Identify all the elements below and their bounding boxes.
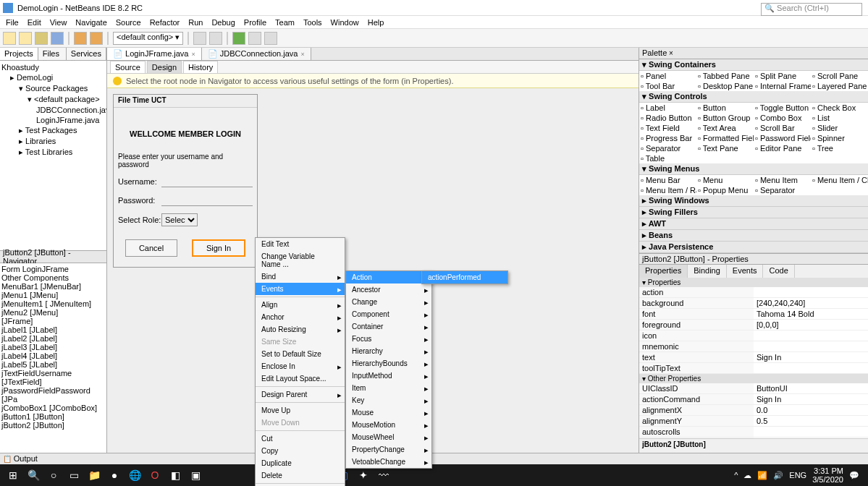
ctx-item[interactable]: Item▸ <box>346 382 431 394</box>
new-file-button[interactable] <box>3 32 16 45</box>
menu-source[interactable]: Source <box>113 18 144 27</box>
ctx-item[interactable]: Edit Layout Space... <box>256 372 345 385</box>
nav-item[interactable]: jPasswordFieldPassword [JPa <box>1 386 105 404</box>
palette-item[interactable]: ▫ Combo Box <box>754 113 811 123</box>
nav-item[interactable]: [JFrame] <box>1 317 105 325</box>
explorer-icon[interactable]: 📁 <box>84 466 104 484</box>
nav-item[interactable]: MenuBar1 [JMenuBar] <box>1 282 105 291</box>
ctx-item[interactable]: Auto Resizing▸ <box>256 323 345 336</box>
ctx-item[interactable]: MouseMotion▸ <box>346 419 431 431</box>
palette-item[interactable]: ▫ Internal Frame <box>754 81 811 91</box>
palette-item[interactable]: ▫ Formatted Field <box>696 133 754 143</box>
run-config-combo[interactable]: <default config> ▾ <box>113 32 183 45</box>
cancel-button[interactable]: Cancel <box>125 239 177 257</box>
menu-refactor[interactable]: Refactor <box>147 18 183 27</box>
palette-item[interactable]: ▫ Button <box>696 103 754 113</box>
file-tab[interactable]: 📄 LoginJFrame.java × <box>107 48 202 60</box>
props-tab-properties[interactable]: Properties <box>639 265 688 278</box>
tab-files[interactable]: Files × <box>38 48 67 60</box>
open-project-button[interactable] <box>35 32 48 45</box>
username-field[interactable] <box>161 176 253 187</box>
palette-item[interactable]: ▫ Text Area <box>696 123 754 133</box>
ctx-item[interactable]: InputMethod▸ <box>346 370 431 382</box>
menu-file[interactable]: File <box>3 18 22 27</box>
ctx-item[interactable]: Mouse▸ <box>346 406 431 419</box>
palette-item[interactable]: ▫ Tool Bar <box>639 81 696 91</box>
ctx-item[interactable]: Set to Default Size <box>256 348 345 360</box>
nav-item[interactable]: jLabel1 [JLabel] <box>1 325 105 334</box>
nav-item[interactable]: jMenuItem1 [ JMenuItem] <box>1 299 105 308</box>
ctx-item[interactable]: Hierarchy▸ <box>346 345 431 357</box>
menu-help[interactable]: Help <box>365 18 387 27</box>
ctx-item[interactable]: Move Up <box>256 404 345 417</box>
navigator-tree[interactable]: Form LoginJFrameOther ComponentsMenuBar1… <box>0 263 106 453</box>
ctx-item[interactable]: Action▸ <box>346 271 431 284</box>
palette-item[interactable]: ▫ Menu Item <box>754 175 811 185</box>
palette-item[interactable]: ▫ Label <box>639 103 696 113</box>
profile-button[interactable] <box>264 32 277 45</box>
menu-debug[interactable]: Debug <box>208 18 237 27</box>
ctx-item[interactable]: Container▸ <box>346 320 431 333</box>
properties-table[interactable]: ▾ Propertiesactionbackground[240,240,240… <box>639 278 868 438</box>
chrome-icon[interactable]: 🌐 <box>125 466 145 484</box>
palette-item[interactable]: ▫ Check Box <box>811 103 868 113</box>
new-project-button[interactable] <box>19 32 32 45</box>
app4-icon[interactable]: ✦ <box>353 466 374 484</box>
ctx-item[interactable]: HierarchyBounds▸ <box>346 357 431 370</box>
palette-item[interactable]: ▫ Tree <box>811 143 868 153</box>
ctx-item[interactable]: Key▸ <box>346 394 431 406</box>
nav-item[interactable]: jComboBox1 [JComboBox] <box>1 404 105 412</box>
ctx-item[interactable]: MouseWheel▸ <box>346 431 431 443</box>
nav-item[interactable]: jLabel4 [JLabel] <box>1 351 105 360</box>
signin-button[interactable]: Sign In <box>192 239 245 257</box>
nav-item[interactable]: Other Components <box>1 273 105 282</box>
palette-item[interactable]: ▫ Spinner <box>811 133 868 143</box>
menu-navigate[interactable]: Navigate <box>72 18 109 27</box>
save-all-button[interactable] <box>51 32 64 45</box>
ctx-item[interactable]: VetoableChange▸ <box>346 456 431 468</box>
password-field[interactable] <box>161 195 253 206</box>
app5-icon[interactable]: 〰 <box>374 466 394 484</box>
role-combo[interactable]: Select <box>161 213 198 226</box>
run-button[interactable] <box>232 32 245 45</box>
close-tab-icon[interactable]: × <box>300 51 304 58</box>
palette-item[interactable]: ▫ Text Field <box>639 123 696 133</box>
palette-item[interactable]: ▫ Menu Bar <box>639 175 696 185</box>
taskview-icon[interactable]: ▭ <box>64 466 84 484</box>
palette-item[interactable]: ▫ Scroll Pane <box>811 71 868 81</box>
netbeans-task-icon[interactable]: ◧ <box>165 466 185 484</box>
props-tab-binding[interactable]: Binding <box>688 265 727 278</box>
palette-item[interactable]: ▫ Progress Bar <box>639 133 696 143</box>
nav-item[interactable]: jLabel5 [JLabel] <box>1 360 105 369</box>
menu-run[interactable]: Run <box>185 18 206 27</box>
palette-item[interactable]: ▫ Toggle Button <box>754 103 811 113</box>
output-tab[interactable]: 📋 Output <box>0 453 868 464</box>
ctx-item[interactable]: Same Size <box>256 336 345 348</box>
props-tab-events[interactable]: Events <box>727 265 764 278</box>
ctx-item[interactable]: Change Variable Name ... <box>256 250 345 270</box>
actionperformed-item[interactable]: actionPerformed <box>422 271 507 284</box>
events-submenu[interactable]: Action▸Ancestor▸Change▸Component▸Contain… <box>345 270 432 469</box>
palette-item[interactable]: ▫ Tabbed Pane <box>696 71 754 81</box>
palette-item[interactable]: ▫ Menu Item / RadioButton <box>639 185 696 195</box>
ctx-item[interactable]: Bind▸ <box>256 270 345 283</box>
cortana-icon[interactable]: ○ <box>43 466 64 484</box>
palette-item[interactable]: ▫ Layered Pane <box>811 81 868 91</box>
menu-tools[interactable]: Tools <box>300 18 325 27</box>
palette-item[interactable]: ▫ Text Pane <box>696 143 754 153</box>
clean-build-button[interactable] <box>209 32 222 45</box>
ctx-item[interactable]: Focus▸ <box>346 333 431 345</box>
menu-profile[interactable]: Profile <box>241 18 269 27</box>
nav-item[interactable]: jButton1 [JButton] <box>1 412 105 421</box>
palette-item[interactable]: ▫ Popup Menu <box>696 185 754 195</box>
menu-team[interactable]: Team <box>272 18 298 27</box>
opera-icon[interactable]: O <box>145 466 165 484</box>
ctx-item[interactable]: Ancestor▸ <box>346 284 431 296</box>
nav-item[interactable]: jButton2 [JButton] <box>1 421 105 430</box>
menu-window[interactable]: Window <box>328 18 362 27</box>
nav-item[interactable]: jMenu1 [JMenu] <box>1 291 105 299</box>
palette-item[interactable]: ▫ Slider <box>811 123 868 133</box>
ctx-item[interactable]: Copy <box>256 445 345 457</box>
palette-item[interactable]: ▫ Scroll Bar <box>754 123 811 133</box>
palette-item[interactable]: ▫ List <box>811 113 868 123</box>
